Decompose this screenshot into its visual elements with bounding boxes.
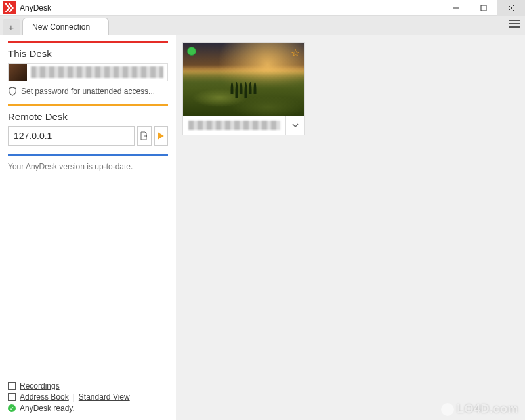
session-menu-button[interactable] [285, 116, 304, 135]
update-panel: Your AnyDesk version is up-to-date. [8, 154, 168, 171]
app-title: AnyDesk [20, 3, 51, 12]
separator: | [73, 392, 75, 402]
watermark: LO4D.com [441, 402, 518, 416]
ready-status-icon: ✓ [8, 404, 16, 412]
left-panel: This Desk Set password for unattended ac… [0, 35, 176, 383]
tab-new-connection[interactable]: New Connection [22, 18, 109, 35]
main-area: This Desk Set password for unattended ac… [0, 35, 525, 383]
recordings-icon [8, 382, 16, 390]
menu-button[interactable] [509, 20, 520, 28]
unattended-access-label: Set password for unattended access... [21, 87, 155, 96]
chevron-down-icon [292, 123, 299, 127]
standard-view-link[interactable]: Standard View [79, 392, 130, 402]
title-bar: AnyDesk [0, 0, 525, 16]
remote-desk-heading: Remote Desk [8, 111, 168, 122]
avatar [9, 64, 27, 81]
recordings-link[interactable]: Recordings [20, 381, 60, 390]
svg-rect-3 [481, 5, 486, 10]
file-arrow-icon [139, 131, 150, 141]
tab-label: New Connection [32, 22, 90, 32]
svg-marker-0 [5, 3, 10, 12]
close-button[interactable] [497, 0, 525, 16]
tab-strip: + New Connection [0, 16, 525, 35]
this-desk-panel: This Desk Set password for unattended ac… [8, 41, 168, 96]
new-tab-button[interactable]: + [3, 19, 20, 35]
ready-status-text: AnyDesk ready. [20, 404, 75, 413]
accent-bar [8, 104, 168, 106]
unattended-access-link[interactable]: Set password for unattended access... [8, 87, 168, 96]
session-name-redacted [188, 121, 280, 130]
app-icon [3, 1, 16, 14]
accent-bar [8, 41, 168, 43]
recent-session-card[interactable]: ☆ [182, 42, 304, 135]
this-desk-id-redacted [31, 66, 163, 78]
window-controls [442, 0, 525, 16]
watermark-text: LO4D.com [457, 402, 518, 416]
remote-desk-panel: Remote Desk [8, 104, 168, 146]
remote-address-input[interactable] [8, 126, 135, 146]
this-desk-heading: This Desk [8, 48, 168, 59]
shield-icon [8, 87, 17, 96]
recent-sessions-area: ☆ [176, 35, 525, 383]
address-book-link[interactable]: Address Book [20, 392, 69, 402]
favorite-star-icon[interactable]: ☆ [291, 47, 300, 59]
globe-icon [441, 403, 454, 416]
accent-bar [8, 154, 168, 156]
online-indicator-icon [187, 47, 196, 56]
this-desk-address[interactable] [8, 63, 168, 81]
play-icon [157, 132, 165, 140]
maximize-button[interactable] [470, 0, 497, 16]
connect-button[interactable] [154, 126, 169, 146]
session-thumbnail: ☆ [183, 43, 304, 116]
minimize-button[interactable] [442, 0, 470, 16]
addressbook-icon [8, 393, 16, 401]
footer: Recordings Address Book | Standard View … [0, 375, 176, 420]
update-status: Your AnyDesk version is up-to-date. [8, 162, 168, 171]
svg-marker-6 [158, 132, 164, 140]
file-transfer-button[interactable] [137, 126, 152, 146]
